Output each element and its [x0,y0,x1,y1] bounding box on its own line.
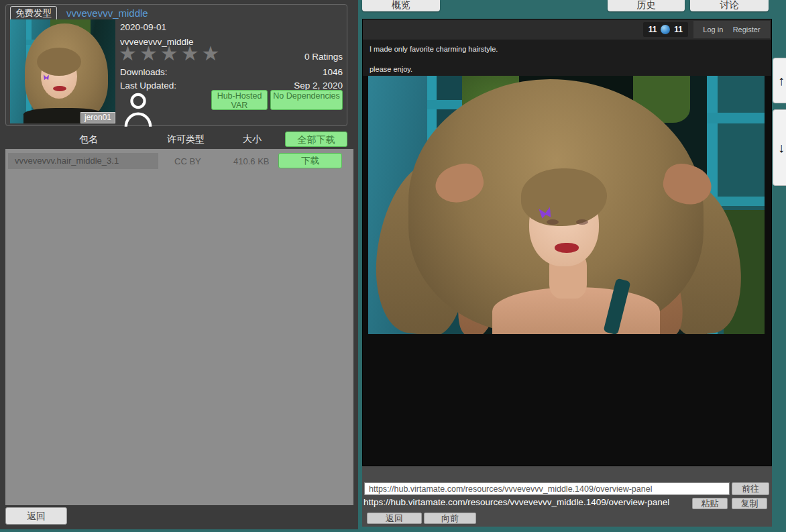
app-window: 免费发型 vvvevevvv_middle jeron01 2020-09-01… [0,0,786,532]
rating-stars-icon: ★★★★★ [119,44,222,64]
paste-button[interactable]: 粘贴 [692,498,728,509]
reaction-blue-icon [661,25,670,34]
scroll-down-button[interactable]: ↓ [773,109,786,186]
last-updated-value: Sep 2, 2020 [294,81,343,91]
back-button[interactable]: 返回 [5,507,67,525]
likes-count-left: 11 [649,25,657,34]
downloads-value: 1046 [323,67,343,77]
description-line-1: I made only favorite charming hairstyle. [370,45,498,53]
column-header-package: 包名 [79,134,98,146]
package-name-cell[interactable]: vvvevevvv.hair_middle_3.1 [8,153,158,169]
last-updated-label: Last Updated: [120,81,176,91]
column-header-license: 许可类型 [167,134,205,146]
tab-overview[interactable]: 概览 [362,0,440,11]
tab-discussion[interactable]: 讨论 [690,0,769,11]
tab-history[interactable]: 历史 [608,0,685,11]
ratings-count: 0 Ratings [304,52,343,62]
author-name-chip: jeron01 [80,112,115,123]
resource-info-panel: 免费发型 vvvevevvv_middle jeron01 2020-09-01… [0,0,358,529]
package-list: vvvevevvv.hair_middle_3.1 CC BY 410.6 KB… [5,149,353,505]
description-line-2: please enjoy. [370,65,412,73]
resource-thumbnail[interactable]: jeron01 [10,19,115,123]
thumbnail-bangs [37,48,81,76]
download-all-button[interactable]: 全部下载 [285,131,347,147]
resource-info-card: 免费发型 vvvevevvv_middle jeron01 2020-09-01… [5,4,347,126]
go-button[interactable]: 前往 [732,482,769,495]
license-cell: CC BY [174,156,201,166]
copy-button[interactable]: 复制 [732,498,767,509]
column-header-size: 大小 [243,134,262,146]
down-arrow-icon: ↓ [778,140,785,155]
free-hairstyle-badge: 免费发型 [10,6,57,21]
figure-lips [555,243,579,253]
login-link[interactable]: Log in [703,25,723,34]
browser-back-button[interactable]: 返回 [367,513,422,524]
resource-title-link[interactable]: vvvevevvv_middle [66,7,148,19]
reaction-counter: 11 11 [643,22,688,37]
up-arrow-icon: ↑ [778,73,785,88]
description-zone: I made only favorite charming hairstyle.… [363,40,771,76]
creator-person-icon [123,91,154,127]
webview-header-bar: 11 11 Log in Register [363,19,771,40]
account-links: Log in Register [693,21,770,38]
browser-forward-button[interactable]: 向前 [424,513,476,524]
url-input[interactable] [364,482,730,495]
hub-hosted-var-badge: Hub-Hosted VAR [211,90,268,110]
resource-preview-image [368,76,765,334]
download-button[interactable]: 下载 [278,153,342,168]
size-cell: 410.6 KB [233,156,270,166]
figure-eye-right [576,219,588,225]
scroll-up-button[interactable]: ↑ [773,58,786,103]
likes-count-right: 11 [674,25,683,34]
hub-webview-panel: 11 11 Log in Register I made only favori… [362,19,772,466]
thumbnail-lips [53,86,66,91]
release-date: 2020-09-01 [120,22,166,32]
downloads-label: Downloads: [120,67,168,77]
no-dependencies-badge: No Dependencies [270,90,343,110]
browser-controls-bar: 前往 https://hub.virtamate.com/resources/v… [362,466,772,527]
scene-window-bar [707,113,765,123]
figure-eye-left [547,219,559,225]
current-url-text: https://hub.virtamate.com/resources/vvve… [363,497,669,507]
register-link[interactable]: Register [733,25,761,34]
